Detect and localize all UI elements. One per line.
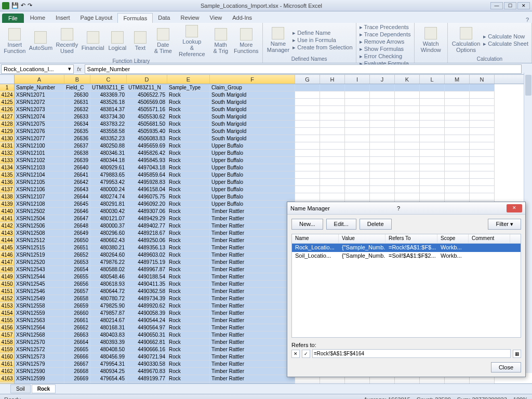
- cell[interactable]: [345, 193, 370, 201]
- cell[interactable]: XSRN12559: [15, 310, 64, 317]
- cell[interactable]: XSRN12103: [15, 164, 64, 171]
- cell[interactable]: [420, 142, 445, 150]
- cell[interactable]: [320, 142, 345, 150]
- cell[interactable]: 26655: [64, 273, 90, 281]
- row-header[interactable]: 4142: [0, 222, 15, 230]
- cell[interactable]: 480030.42: [90, 208, 127, 215]
- cell[interactable]: 4490411.35: [127, 281, 167, 288]
- cell[interactable]: Rock: [167, 288, 210, 295]
- cell[interactable]: Rock: [167, 150, 210, 157]
- cell[interactable]: [445, 150, 470, 157]
- cell[interactable]: [445, 113, 470, 121]
- trace-dependents-button[interactable]: ▸ Trace Dependents: [360, 31, 411, 38]
- cell[interactable]: 26662: [64, 324, 90, 331]
- cell[interactable]: XSRN12072: [15, 99, 64, 106]
- cell[interactable]: [345, 157, 370, 164]
- cell[interactable]: [470, 164, 495, 171]
- cell[interactable]: 26666: [64, 353, 90, 361]
- cell[interactable]: 483814.37: [90, 106, 127, 113]
- file-tab[interactable]: File: [2, 14, 24, 23]
- cell[interactable]: XSRN12515: [15, 244, 64, 251]
- calc-options-button[interactable]: Calculation Options: [451, 26, 481, 54]
- cell[interactable]: Timber Rattler: [210, 259, 295, 266]
- cell[interactable]: [445, 179, 470, 186]
- row-header[interactable]: 4159: [0, 346, 15, 353]
- cell[interactable]: [370, 193, 395, 201]
- cell[interactable]: 4490650.31: [127, 331, 167, 339]
- cell[interactable]: 479876.22: [90, 259, 127, 266]
- cell[interactable]: 480644.72: [90, 288, 127, 295]
- cell[interactable]: [445, 193, 470, 201]
- cell[interactable]: [395, 142, 420, 150]
- cell[interactable]: 480000.24: [90, 186, 127, 193]
- cell[interactable]: XSRN12101: [15, 150, 64, 157]
- cell[interactable]: 4487514.84: [127, 382, 167, 383]
- cell[interactable]: South Marigold: [210, 91, 295, 99]
- cell[interactable]: Timber Rattler: [210, 382, 295, 383]
- cell[interactable]: XSRN12520: [15, 259, 64, 266]
- cell[interactable]: [345, 106, 370, 113]
- cell[interactable]: XSRN12599: [15, 375, 64, 382]
- cell[interactable]: [295, 193, 320, 201]
- row-header[interactable]: 4160: [0, 353, 15, 361]
- cell[interactable]: 26660: [64, 310, 90, 317]
- cell[interactable]: 26631: [64, 99, 90, 106]
- cell[interactable]: [445, 382, 470, 383]
- cell[interactable]: [320, 121, 345, 128]
- cell[interactable]: [470, 179, 495, 186]
- cell[interactable]: [320, 164, 345, 171]
- cell[interactable]: 26640: [64, 164, 90, 171]
- column-header-K[interactable]: K: [395, 75, 420, 84]
- cell[interactable]: XSRN12519: [15, 251, 64, 259]
- cell[interactable]: Rock: [167, 259, 210, 266]
- cell[interactable]: Timber Rattler: [210, 331, 295, 339]
- cell[interactable]: [345, 186, 370, 193]
- cell[interactable]: [420, 128, 445, 135]
- cell[interactable]: [445, 164, 470, 171]
- cell[interactable]: 26641: [64, 171, 90, 179]
- cell[interactable]: 4489199.77: [127, 375, 167, 382]
- cell[interactable]: 4505530.62: [127, 113, 167, 121]
- cell[interactable]: 4505935.40: [127, 128, 167, 135]
- cell[interactable]: Rock: [167, 91, 210, 99]
- cell[interactable]: XSRN12506: [15, 222, 64, 230]
- name-list-item[interactable]: Soil_Locatio...{"Sample_Numb...=Soil!$A$…: [292, 252, 521, 260]
- cell[interactable]: 4489670.83: [127, 368, 167, 375]
- row-header[interactable]: 4158: [0, 339, 15, 346]
- cell[interactable]: [420, 121, 445, 128]
- cell[interactable]: [345, 142, 370, 150]
- cell[interactable]: [420, 106, 445, 113]
- cell[interactable]: [345, 84, 370, 91]
- row-header[interactable]: 4124: [0, 91, 15, 99]
- cell[interactable]: 4489250.06: [127, 237, 167, 244]
- sheet-tab-rock[interactable]: Rock: [32, 384, 56, 393]
- cell[interactable]: [445, 142, 470, 150]
- row-header[interactable]: 4135: [0, 171, 15, 179]
- cell[interactable]: 483369.70: [90, 91, 127, 99]
- cell[interactable]: [295, 164, 320, 171]
- cell[interactable]: [445, 91, 470, 99]
- filter-button[interactable]: Filter ▾: [488, 219, 521, 230]
- cell[interactable]: 4495928.83: [127, 179, 167, 186]
- cell[interactable]: Rock: [167, 208, 210, 215]
- cell[interactable]: [370, 164, 395, 171]
- error-checking-button[interactable]: ▸ Error Checking: [360, 53, 411, 60]
- cell[interactable]: [370, 113, 395, 121]
- column-header-A[interactable]: A: [15, 75, 64, 84]
- column-header-L[interactable]: L: [420, 75, 445, 84]
- cell[interactable]: Rock: [167, 201, 210, 208]
- edit-button[interactable]: Edit...: [326, 219, 356, 230]
- cell[interactable]: [445, 135, 470, 142]
- cell[interactable]: [345, 135, 370, 142]
- more-functions-button[interactable]: MoreFunctions: [233, 27, 259, 55]
- use-in-formula-button[interactable]: ▸ Use in Formula: [292, 37, 352, 44]
- cell[interactable]: [470, 193, 495, 201]
- cell[interactable]: 4495859.64: [127, 171, 167, 179]
- fx-icon[interactable]: fx: [77, 66, 82, 72]
- cell[interactable]: 480588.02: [90, 266, 127, 273]
- cell[interactable]: Timber Rattler: [210, 273, 295, 281]
- cell[interactable]: 4490666.16: [127, 346, 167, 353]
- cell[interactable]: 26634: [64, 121, 90, 128]
- cell[interactable]: [470, 382, 495, 383]
- show-formulas-button[interactable]: ▸ Show Formulas: [360, 46, 411, 52]
